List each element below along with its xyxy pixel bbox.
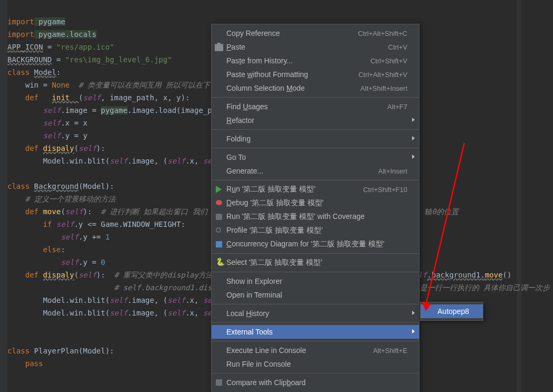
kw-if: if <box>7 220 56 228</box>
indent <box>7 258 61 266</box>
colon: : <box>61 245 65 254</box>
kw-class: class <box>7 182 34 190</box>
indent <box>7 283 114 292</box>
compare-icon <box>216 379 222 386</box>
menu-debug[interactable]: Debug '第二版 抽取变量 模型' <box>212 196 419 210</box>
play-icon <box>216 186 222 193</box>
code-text: Model.win.blit( <box>7 157 110 165</box>
coverage-icon <box>216 214 222 220</box>
menu-show-explorer[interactable]: Show in Explorer <box>212 274 419 288</box>
code-text: .y += <box>79 233 106 241</box>
self: self <box>79 144 97 152</box>
kw-else: else <box>7 245 61 254</box>
class-name: Background <box>34 182 79 190</box>
code-text: .x, <box>185 309 203 317</box>
menu-select[interactable]: 🐍Select '第二版 抽取变量 模型' <box>212 256 419 270</box>
code-text: Model.win.blit( <box>7 309 110 317</box>
self: self <box>43 119 61 127</box>
paren: () <box>503 271 512 279</box>
const-name: APP_ICON <box>7 43 43 51</box>
menu-separator <box>212 129 419 130</box>
external-tools-submenu[interactable]: Autopep8 <box>420 302 483 321</box>
paren: ): <box>97 271 115 279</box>
paren: ( <box>61 207 65 216</box>
menu-separator <box>212 373 419 374</box>
submenu-arrow-icon <box>412 311 415 315</box>
code-text: .image, ( <box>128 309 168 317</box>
op: = <box>52 55 65 64</box>
menu-copy-reference[interactable]: Copy ReferenceCtrl+Alt+Shift+C <box>212 26 419 40</box>
string: "res/app.ico" <box>56 43 115 51</box>
kw-def: def <box>7 207 43 216</box>
code-text: .y = y <box>61 131 88 140</box>
self: self <box>61 258 79 266</box>
comment-tail: 轴0的位置 <box>420 205 459 218</box>
gutter <box>0 0 7 392</box>
menu-external-tools[interactable]: External Tools <box>212 325 419 339</box>
menu-compare-clipboard[interactable]: Compare with Clipboard <box>212 376 419 389</box>
attr: .background1. <box>427 271 485 279</box>
menu-paste-history[interactable]: Paste from History...Ctrl+Shift+V <box>212 54 419 68</box>
code-text: (Model): <box>79 182 114 190</box>
concurrency-icon <box>216 241 222 247</box>
menu-column-select[interactable]: Column Selection ModeAlt+Shift+Insert <box>212 81 419 95</box>
menu-refactor[interactable]: Refactor <box>212 113 419 127</box>
code-text: .x = x <box>61 119 88 127</box>
func-name: move <box>43 207 61 216</box>
menu-profile[interactable]: Profile '第二版 抽取变量 模型' <box>212 224 419 237</box>
func-name: dispaly <box>43 271 74 279</box>
indent <box>7 195 25 203</box>
code-text: Model.win.blit( <box>7 296 110 304</box>
kw-class: class <box>7 68 34 77</box>
menu-local-history[interactable]: Local History <box>212 307 419 320</box>
func-name: init <box>52 93 79 102</box>
indent <box>7 119 43 127</box>
paren: ( <box>74 144 78 152</box>
kw-def: def <box>7 93 52 102</box>
self: self <box>83 93 101 102</box>
code-text: .image, ( <box>128 296 168 304</box>
number: 1 <box>105 233 109 241</box>
submenu-arrow-icon <box>412 118 415 122</box>
menu-open-terminal[interactable]: Open in Terminal <box>212 288 419 302</box>
self: self <box>110 157 128 165</box>
self: self <box>56 220 74 228</box>
menu-generate[interactable]: Generate...Alt+Insert <box>212 164 419 178</box>
self: self <box>79 271 97 279</box>
menu-folding[interactable]: Folding <box>212 132 419 146</box>
right-gutter <box>517 0 521 392</box>
context-menu[interactable]: Copy ReferenceCtrl+Alt+Shift+C PasteCtrl… <box>211 24 419 392</box>
submenu-arrow-icon <box>412 136 415 140</box>
kw-none: None <box>52 81 70 89</box>
menu-separator <box>212 322 419 323</box>
menu-find-usages[interactable]: Find UsagesAlt+F7 <box>212 100 419 113</box>
menu-run[interactable]: Run '第二版 抽取变量 模型'Ctrl+Shift+F10 <box>212 183 419 196</box>
comment-tail: 是一行一行执行的 具体你自己调一次步 <box>420 281 550 294</box>
menu-run-file[interactable]: Run File in Console <box>212 357 419 371</box>
menu-paste-nofmt[interactable]: Paste without FormattingCtrl+Alt+Shift+V <box>212 68 419 81</box>
comment: # 进行判断 如果超出窗口 我们 <box>101 207 207 216</box>
menu-separator <box>212 272 419 272</box>
paste-icon <box>215 43 223 51</box>
import-name: pygame <box>34 17 65 26</box>
kw-def: def <box>7 271 43 279</box>
comment: # 重写父类中的display方法 <box>114 271 213 279</box>
self: self <box>110 309 128 317</box>
indent <box>7 131 43 140</box>
call: move <box>485 271 503 279</box>
menu-concurrency[interactable]: Concurrency Diagram for '第二版 抽取变量 模型' <box>212 237 419 251</box>
self: self <box>43 131 61 140</box>
code-text: .x, <box>185 296 203 304</box>
paren: ): <box>83 207 101 216</box>
code-text: win = <box>7 81 52 89</box>
comment: # 类变量可以在类间互用 所以可以在下 <box>70 81 210 89</box>
self: self <box>65 207 83 216</box>
kw-class: class <box>7 347 34 355</box>
bug-icon <box>216 200 222 205</box>
menu-run-coverage[interactable]: Run '第二版 抽取变量 模型' with Coverage <box>212 210 419 224</box>
menu-file-encoding[interactable]: File Encoding <box>212 389 419 392</box>
menu-goto[interactable]: Go To <box>212 150 419 164</box>
menu-execute-line[interactable]: Execute Line in ConsoleAlt+Shift+E <box>212 343 419 357</box>
menu-paste[interactable]: PasteCtrl+V <box>212 40 419 54</box>
submenu-autopep8[interactable]: Autopep8 <box>421 304 483 318</box>
